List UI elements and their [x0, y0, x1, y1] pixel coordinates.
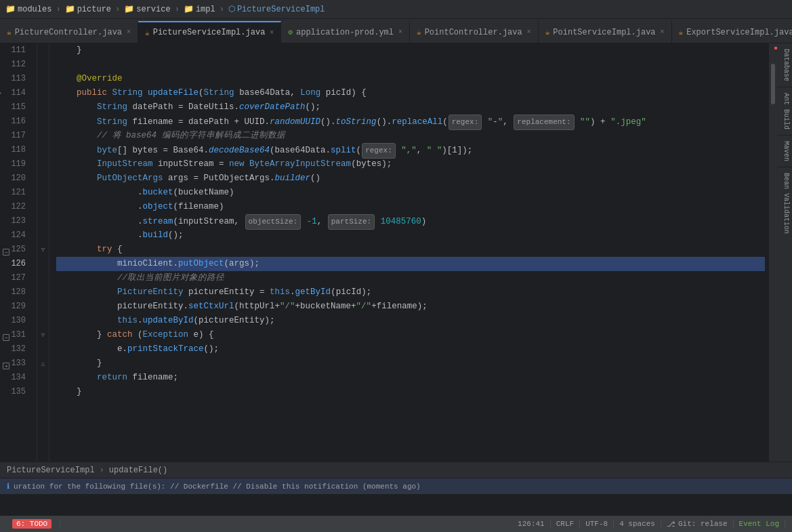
code-line-129: pictureEntity.setCtxUrl(httpUrl+"/"+buck…: [56, 300, 765, 314]
code-line-123: .stream(inputStream, objectSize: -1, par…: [56, 214, 765, 228]
tab-close-button[interactable]: ×: [270, 29, 274, 37]
line-number-124: 124: [0, 228, 31, 243]
status-position[interactable]: 126:41: [512, 520, 551, 528]
annotation: @Override: [77, 74, 123, 83]
line-number-134: 134: [0, 371, 31, 385]
breadcrumb-sep: ›: [220, 5, 224, 14]
yaml-icon: ⚙: [288, 28, 293, 37]
tab-pictureserviceimpl[interactable]: ☕ PictureServiceImpl.java ×: [138, 21, 281, 43]
tab-close-button[interactable]: ×: [398, 28, 402, 36]
notification-bar: ℹ uration for the following file(s): // …: [0, 478, 792, 494]
tab-application-prod[interactable]: ⚙ application-prod.yml ×: [281, 21, 410, 43]
arrow-icon: ▶: [0, 86, 1, 100]
fold-icon[interactable]: −: [3, 334, 9, 341]
breadcrumb-picture[interactable]: 📁 picture: [65, 4, 111, 14]
panel-maven[interactable]: Maven: [777, 136, 792, 167]
code-line-132: e.printStackTrace();: [56, 342, 765, 356]
status-line-ending[interactable]: CRLF: [551, 520, 580, 528]
code-line-111: }: [56, 43, 765, 58]
code-line-121: .bucket(bucketName): [56, 186, 765, 200]
line-number-117: 117: [0, 129, 31, 143]
status-indent[interactable]: 4 spaces: [614, 520, 661, 528]
line-numbers: 111 112 113 ▶ 114 115 116 117 118 119 12…: [0, 43, 37, 462]
gutter: ▽ ▽ △: [37, 43, 49, 462]
code-line-130: this.updateById(pictureEntity);: [56, 314, 765, 328]
breadcrumb-impl[interactable]: 📁 impl: [184, 4, 215, 14]
breadcrumb-service[interactable]: 📁 service: [124, 4, 170, 14]
tab-exportserviceimpl[interactable]: ☕ ExportServiceImpl.java ×: [672, 21, 792, 43]
code-line-115: String datePath = DateUtils.coverDatePat…: [56, 100, 765, 115]
scrollbar-track[interactable]: [769, 43, 777, 462]
folder-icon: 📁: [124, 4, 134, 14]
breadcrumb-class-label[interactable]: PictureServiceImpl: [7, 466, 95, 475]
code-line-124: .build();: [56, 228, 765, 243]
line-number-111: 111: [0, 43, 31, 58]
panel-ant-build[interactable]: Ant Build: [777, 87, 792, 136]
param-hint-objectsize: objectSize:: [245, 214, 301, 230]
line-number-130: 130: [0, 314, 31, 328]
fold-icon[interactable]: +: [3, 363, 9, 369]
line-number-135: 135: [0, 385, 31, 399]
code-line-128: PictureEntity pictureEntity = this.getBy…: [56, 285, 765, 300]
folder-icon: 📁: [184, 4, 194, 14]
java-icon: ☕: [545, 28, 550, 37]
folder-icon: 📁: [65, 4, 75, 14]
line-number-127: 127: [0, 271, 31, 285]
param-hint-regex2: regex:: [362, 143, 396, 159]
panel-database[interactable]: Database: [777, 43, 792, 87]
code-area[interactable]: } @Override public String updateFile(Str…: [49, 43, 792, 462]
notification-text: uration for the following file(s): // Do…: [14, 483, 421, 491]
status-event-log[interactable]: Event Log: [734, 520, 785, 528]
code-line-114: public String updateFile(String base64Da…: [56, 86, 765, 100]
code-line-126: minioClient.putObject(args);: [56, 257, 765, 271]
breadcrumb-sep: ›: [175, 5, 180, 14]
line-number-129: 129: [0, 300, 31, 314]
bottom-breadcrumb: PictureServiceImpl › updateFile(): [0, 462, 792, 478]
code-line-131: } catch (Exception e) {: [56, 328, 765, 342]
java-icon: ☕: [679, 28, 684, 37]
status-todo[interactable]: 6: TODO: [7, 519, 60, 529]
line-number-112: 112: [0, 58, 31, 72]
code-line-134: return filename;: [56, 371, 765, 385]
todo-badge: 6: TODO: [12, 519, 51, 529]
fold-icon[interactable]: −: [3, 249, 9, 255]
panel-bean-validation[interactable]: Bean Validation: [777, 167, 792, 239]
breadcrumb-modules[interactable]: 📁 modules: [5, 4, 51, 14]
line-number-126: 126: [0, 257, 31, 271]
java-icon: ☕: [7, 28, 12, 37]
type-string: String: [112, 88, 143, 98]
status-right: 126:41 CRLF UTF-8 4 spaces ⎇ Git: relase…: [512, 520, 785, 529]
line-number-121: 121: [0, 186, 31, 200]
code-line-135: }: [56, 385, 765, 399]
breadcrumb-pictureserviceimpl[interactable]: ⬡ PictureServiceImpl: [228, 4, 325, 14]
line-number-133: + 133: [0, 356, 31, 371]
line-number-128: 128: [0, 285, 31, 300]
code-line-119: InputStream inputStream = new ByteArrayI…: [56, 157, 765, 171]
line-number-114: ▶ 114: [0, 86, 31, 100]
line-number-115: 115: [0, 100, 31, 115]
tab-close-button[interactable]: ×: [527, 28, 531, 36]
status-encoding[interactable]: UTF-8: [580, 520, 614, 528]
fold-bracket-icon: ▽: [41, 331, 45, 339]
line-number-122: 122: [0, 200, 31, 214]
breadcrumb-sep: ›: [115, 5, 120, 14]
tab-pointserviceimpl[interactable]: ☕ PointServiceImpl.java ×: [539, 21, 672, 43]
line-number-125: − 125: [0, 243, 31, 257]
java-icon: ☕: [145, 28, 150, 37]
status-left: 6: TODO: [7, 519, 60, 529]
breadcrumb-separator: ›: [100, 466, 104, 475]
status-vcs[interactable]: ⎇ Git: relase: [661, 520, 734, 529]
breadcrumb-method-label[interactable]: updateFile(): [109, 466, 167, 475]
code-line-117: // 将 base64 编码的字符串解码成二进制数据: [56, 129, 765, 143]
folder-icon: 📁: [5, 4, 16, 14]
code-line-120: PutObjectArgs args = PutObjectArgs.build…: [56, 171, 765, 186]
tab-picturecontroller[interactable]: ☕ PictureController.java ×: [0, 21, 138, 43]
scrollbar-thumb[interactable]: [771, 64, 775, 104]
line-number-116: 116: [0, 115, 31, 129]
line-number-113: 113: [0, 72, 31, 86]
tab-pointcontroller[interactable]: ☕ PointController.java ×: [410, 21, 539, 43]
tab-close-button[interactable]: ×: [661, 28, 665, 36]
tab-close-button[interactable]: ×: [127, 28, 131, 36]
method-updatefile: updateFile: [148, 88, 199, 98]
code-line-112: [56, 58, 765, 72]
